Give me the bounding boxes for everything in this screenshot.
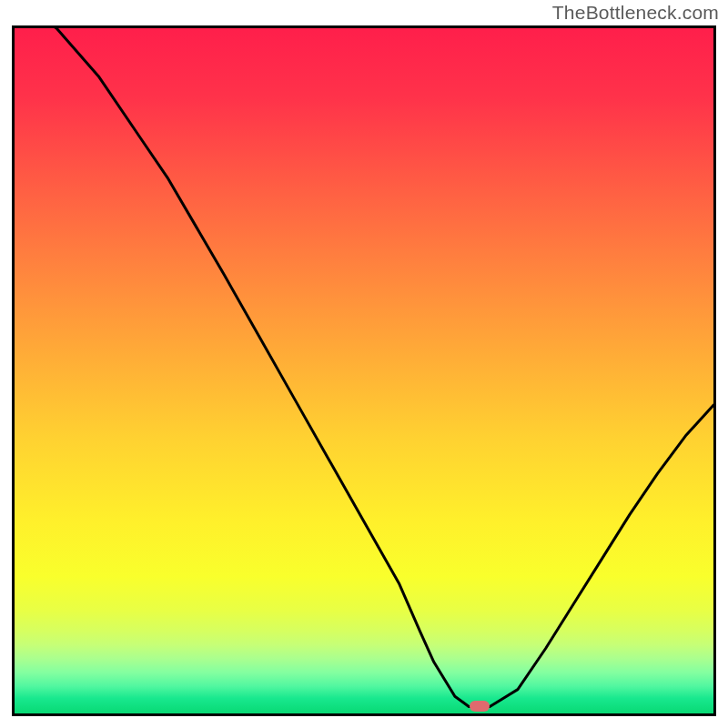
optimal-point-marker xyxy=(470,701,490,712)
curve-layer xyxy=(15,28,713,713)
plot-area xyxy=(12,25,716,716)
watermark-text: TheBottleneck.com xyxy=(552,2,719,24)
chart-container: TheBottleneck.com xyxy=(0,0,728,728)
bottleneck-curve-line xyxy=(15,28,713,706)
